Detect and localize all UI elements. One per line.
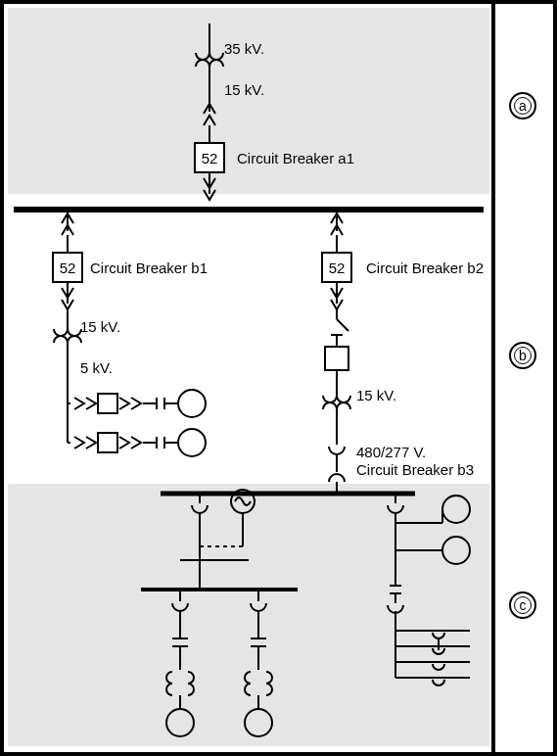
single-line-diagram: 52 52 xyxy=(4,4,493,752)
svg-rect-35 xyxy=(325,347,348,370)
breaker-a1-code: 52 xyxy=(202,150,218,166)
svg-point-26 xyxy=(178,429,206,456)
breaker-b2-code: 52 xyxy=(329,260,346,276)
svg-rect-13 xyxy=(98,394,117,413)
svg-line-32 xyxy=(337,319,348,331)
svg-point-18 xyxy=(178,390,206,417)
svg-point-71 xyxy=(442,537,470,564)
diagram-frame: a b c 35 kV. 15 kV. Circuit Breaker a1 C… xyxy=(0,0,557,756)
zone-marker-a: a xyxy=(509,92,536,119)
zone-marker-b: b xyxy=(509,342,536,369)
breaker-b1-code: 52 xyxy=(60,260,76,276)
svg-point-63 xyxy=(245,709,272,736)
svg-point-56 xyxy=(166,709,194,736)
zone-marker-c: c xyxy=(509,591,536,619)
svg-rect-21 xyxy=(98,433,117,452)
svg-point-67 xyxy=(442,496,470,523)
